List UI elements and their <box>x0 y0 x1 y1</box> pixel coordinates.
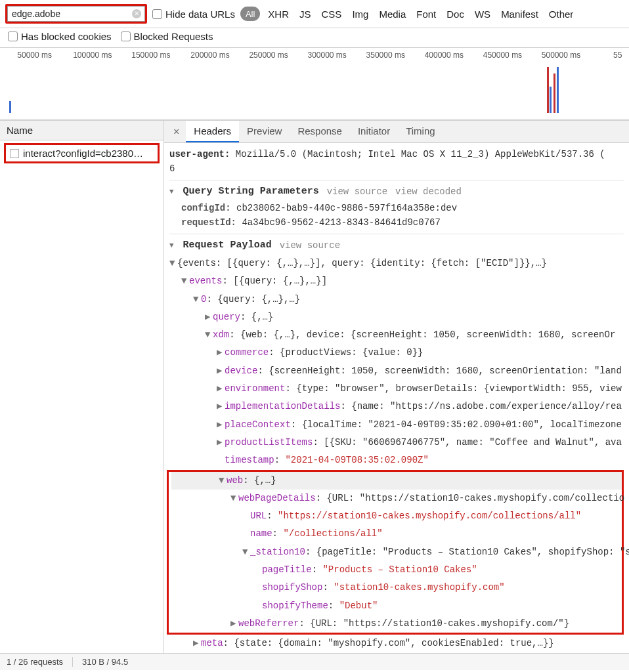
tab-timing[interactable]: Timing <box>398 121 443 142</box>
filter-input-highlight: ✕ <box>5 4 147 24</box>
filter-type-media[interactable]: Media <box>376 9 408 20</box>
network-filter-bar-row2: Has blocked cookies Blocked Requests <box>0 28 629 48</box>
tree-row[interactable]: ▶implementationDetails: {name: "https://… <box>169 398 624 415</box>
section-title: Request Payload <box>183 240 272 251</box>
filter-type-manifest[interactable]: Manifest <box>498 9 541 20</box>
tree-row[interactable]: ▶query: {,…} <box>169 308 624 326</box>
tree-row[interactable]: shopifyTheme: "Debut" <box>171 597 622 615</box>
section-query-string[interactable]: ▼ Query String Parameters view source vi… <box>169 180 624 201</box>
tab-headers[interactable]: Headers <box>186 121 239 142</box>
timeline-tick: 150000 ms <box>131 51 170 60</box>
tree-row[interactable]: ▶productListItems: [{SKU: "6606967406775… <box>169 434 624 452</box>
request-name: interact?configId=cb2380… <box>23 148 143 159</box>
qsp-val: cb238062-bab9-440c-9886-597f164a358e:dev <box>236 203 457 213</box>
tree-row[interactable]: ▶device: {screenHeight: 1050, screenWidt… <box>169 362 624 380</box>
tab-preview[interactable]: Preview <box>239 121 290 142</box>
has-blocked-cookies-checkbox[interactable]: Has blocked cookies <box>8 31 112 42</box>
tree-row[interactable]: ▼webPageDetails: {URL: "https://station1… <box>171 490 622 507</box>
blocked-requests-checkbox[interactable]: Blocked Requests <box>121 31 213 42</box>
highlight-box: ▼web: {,…} ▼webPageDetails: {URL: "https… <box>167 470 624 635</box>
tree-row[interactable]: URL: "https://station10-cakes.myshopify.… <box>171 507 622 525</box>
filter-input[interactable] <box>7 6 145 22</box>
tree-row[interactable]: ▶webReferrer: {URL: "https://station10-c… <box>171 615 622 633</box>
detail-tabs: × Headers Preview Response Initiator Tim… <box>164 121 629 143</box>
tree-row[interactable]: shopifyShop: "station10-cakes.myshopify.… <box>171 579 622 597</box>
filter-type-doc[interactable]: Doc <box>444 9 467 20</box>
checkbox-icon <box>152 9 162 19</box>
tree-row[interactable]: ▼xdm: {web: {,…}, device: {screenHeight:… <box>169 326 624 344</box>
filter-type-all[interactable]: All <box>240 7 260 21</box>
timeline-bar <box>557 67 559 113</box>
clear-icon[interactable]: ✕ <box>132 9 141 18</box>
timeline-tick: 450000 ms <box>483 51 522 60</box>
qsp-key: configId: <box>181 203 231 213</box>
tab-initiator[interactable]: Initiator <box>350 121 398 142</box>
tree-row[interactable]: ▶commerce: {productViews: {value: 0}} <box>169 344 624 362</box>
request-row[interactable]: interact?configId=cb2380… <box>4 143 160 163</box>
document-icon <box>10 149 19 158</box>
tree-row[interactable]: timestamp: "2021-04-09T08:35:02.090Z" <box>169 452 624 469</box>
request-list-header[interactable]: Name <box>0 121 163 140</box>
checkbox-icon <box>8 32 18 41</box>
timeline-bar <box>550 87 552 113</box>
filter-type-img[interactable]: Img <box>349 9 371 20</box>
timeline-tick: 55 <box>613 51 622 60</box>
timeline-ticks: 50000 ms 100000 ms 150000 ms 200000 ms 2… <box>0 48 629 52</box>
timeline-tick: 500000 ms <box>542 51 580 60</box>
filter-type-other[interactable]: Other <box>546 9 576 20</box>
checkbox-icon <box>121 32 131 41</box>
ua-key: user-agent: <box>169 149 230 159</box>
timeline-tick: 50000 ms <box>17 51 52 60</box>
timeline-tick: 200000 ms <box>190 51 229 60</box>
status-requests: 1 / 26 requests <box>7 657 73 667</box>
hide-data-urls-checkbox[interactable]: Hide data URLs <box>152 9 235 20</box>
ua-line2: 6 <box>169 161 624 176</box>
detail-body[interactable]: user-agent: Mozilla/5.0 (Macintosh; Inte… <box>164 143 629 653</box>
tree-row[interactable]: name: "/collections/all" <box>171 525 622 543</box>
filter-type-css[interactable]: CSS <box>319 9 345 20</box>
header-user-agent: user-agent: Mozilla/5.0 (Macintosh; Inte… <box>169 147 624 161</box>
view-source-link[interactable]: view source <box>327 186 387 197</box>
chevron-down-icon: ▼ <box>169 188 174 196</box>
qsp-configid: configId: cb238062-bab9-440c-9886-597f16… <box>169 201 624 215</box>
section-title: Query String Parameters <box>183 186 319 197</box>
qsp-val: 4a34bc96-9562-4213-8343-84641d9c0767 <box>242 217 440 228</box>
section-request-payload[interactable]: ▼ Request Payload view source <box>169 234 624 255</box>
ua-value: Mozilla/5.0 (Macintosh; Intel Mac OS X 1… <box>236 149 605 159</box>
blocked-requests-label: Blocked Requests <box>134 31 213 42</box>
filter-type-js[interactable]: JS <box>297 9 314 20</box>
tree-row[interactable]: ▼events: [{query: {,…},…}] <box>169 272 624 290</box>
tab-response[interactable]: Response <box>290 121 350 142</box>
status-bar: 1 / 26 requests 310 B / 94.5 <box>0 653 629 670</box>
tree-row[interactable]: ▶environment: {type: "browser", browserD… <box>169 380 624 398</box>
hide-data-urls-label: Hide data URLs <box>165 9 235 20</box>
view-decoded-link[interactable]: view decoded <box>395 186 462 197</box>
chevron-down-icon: ▼ <box>169 242 174 249</box>
filter-type-xhr[interactable]: XHR <box>265 9 292 20</box>
filter-type-font[interactable]: Font <box>414 9 439 20</box>
timeline-bar <box>547 67 549 113</box>
timeline-tick: 400000 ms <box>425 51 464 60</box>
tree-row[interactable]: ▼0: {query: {,…},…} <box>169 291 624 308</box>
tree-row[interactable]: ▼web: {,…} <box>171 472 622 490</box>
view-source-link[interactable]: view source <box>280 240 340 251</box>
close-icon[interactable]: × <box>167 126 186 138</box>
network-timeline[interactable]: 50000 ms 100000 ms 150000 ms 200000 ms 2… <box>0 48 629 120</box>
qsp-requestid: requestId: 4a34bc96-9562-4213-8343-84641… <box>169 215 624 230</box>
network-split: Name interact?configId=cb2380… × Headers… <box>0 120 629 653</box>
filter-type-ws[interactable]: WS <box>472 9 493 20</box>
tree-row[interactable]: pageTitle: "Products – Station10 Cakes" <box>171 561 622 579</box>
request-detail: × Headers Preview Response Initiator Tim… <box>164 121 629 653</box>
payload-tree: ▼{events: [{query: {,…},…}], query: {ide… <box>169 255 624 653</box>
timeline-tick: 300000 ms <box>307 51 346 60</box>
tree-row[interactable]: ▼{events: [{query: {,…},…}], query: {ide… <box>169 255 624 272</box>
tree-row[interactable]: ▶meta: {state: {domain: "myshopify.com",… <box>169 635 624 652</box>
qsp-key: requestId: <box>181 217 236 228</box>
tree-row[interactable]: ▶placeContext: {localTime: "2021-04-09T0… <box>169 416 624 434</box>
tree-row[interactable]: ▼_station10: {pageTitle: "Products – Sta… <box>171 543 622 561</box>
timeline-tick: 100000 ms <box>73 51 112 60</box>
timeline-tick: 350000 ms <box>366 51 405 60</box>
timeline-bars <box>0 62 629 117</box>
timeline-tick: 250000 ms <box>249 51 288 60</box>
network-filter-bar: ✕ Hide data URLs All XHR JS CSS Img Medi… <box>0 0 629 28</box>
